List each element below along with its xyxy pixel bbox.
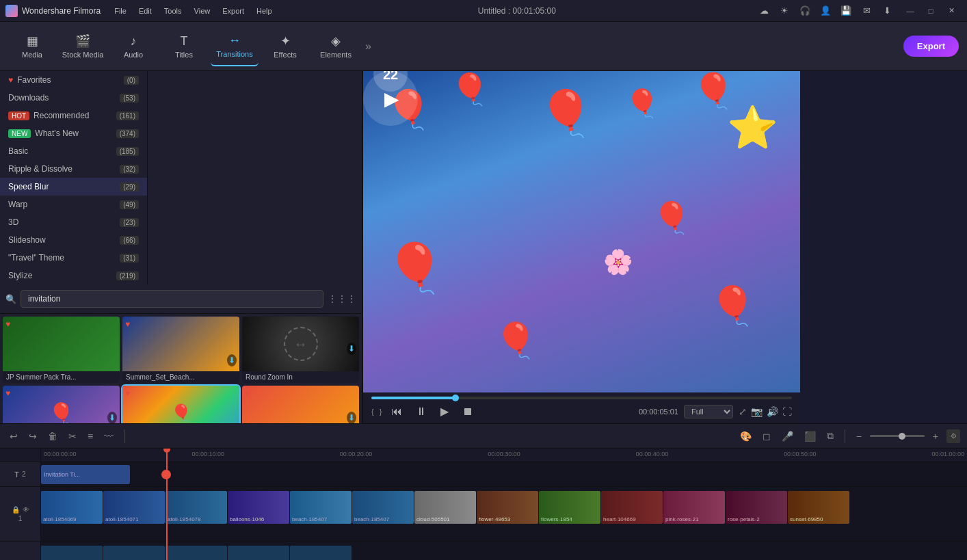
audio-preview-icon[interactable]: 🔊 (767, 406, 778, 417)
audio-clip5[interactable] (290, 546, 352, 560)
clip-beach1[interactable]: beach-185407 (290, 491, 352, 524)
toolbar-titles[interactable]: T Titles (160, 27, 208, 66)
sun-icon[interactable]: ☀ (777, 3, 792, 18)
clip-atoll3[interactable]: atoll-1854078 (165, 491, 227, 524)
mask-icon[interactable]: ◻ (760, 429, 773, 443)
clip-heart[interactable]: heart-104669 (601, 491, 663, 524)
panel-slideshow[interactable]: Slideshow (66) (0, 231, 147, 249)
list-item[interactable]: ♥ 🎈 ⬇ JP Summer Pack Tra... (3, 386, 120, 423)
panel-travel[interactable]: "Travel" Theme (31) (0, 249, 147, 267)
audio-clip2[interactable] (103, 546, 165, 560)
toolbar-elements[interactable]: ◈ Elements (312, 27, 360, 66)
panel-favorites[interactable]: ♥ Favorites (0) (0, 71, 147, 89)
separator2 (845, 429, 845, 443)
stop-button[interactable]: ⏹ (458, 404, 477, 419)
delete-button[interactable]: 🗑 (45, 429, 60, 443)
color-grade-icon[interactable]: 🎨 (737, 429, 754, 443)
panel-recommended[interactable]: HOT Recommended (161) (0, 107, 147, 124)
cloud-icon[interactable]: ☁ (756, 3, 771, 18)
audio-clip3[interactable] (165, 546, 227, 560)
maximize-button[interactable]: □ (920, 3, 941, 18)
grid-layout-icon[interactable]: ⋮⋮⋮ (328, 293, 356, 304)
play-pause-button[interactable]: ⏸ (412, 404, 431, 419)
person-icon[interactable]: 👤 (818, 3, 833, 18)
download-icon[interactable]: ⬇ (879, 3, 895, 18)
menu-file[interactable]: File (109, 5, 132, 16)
timeline-content: T 2 🔒 👁 1 🔒 👁 2 (0, 449, 967, 560)
waveform-button[interactable]: 〰 (101, 429, 116, 443)
clip-balloons[interactable]: balloons-1046 (228, 491, 289, 524)
toolbar-audio[interactable]: ♪ Audio (109, 27, 157, 66)
headphone-icon[interactable]: 🎧 (797, 3, 812, 18)
project-title: Untitled : 00:01:05:00 (478, 6, 556, 16)
panel-stylize[interactable]: Stylize (219) (0, 267, 147, 284)
toolbar-transitions[interactable]: ↔ Transitions (211, 27, 259, 66)
clip-flower1[interactable]: flower-48653 (477, 491, 538, 524)
clip-atoll2[interactable]: atoll-1854071 (103, 491, 165, 524)
clip-beach2[interactable]: beach-185407 (352, 491, 414, 524)
zoom-slider[interactable] (870, 435, 925, 437)
zoom-out-button[interactable]: − (853, 429, 864, 443)
panel-warp[interactable]: Warp (49) (0, 196, 147, 213)
item-thumbnail: ♥ 🎈 (122, 386, 239, 423)
menu-view[interactable]: View (189, 5, 216, 16)
clip-label: beach-185407 (292, 516, 327, 522)
panel-ripple[interactable]: Ripple & Dissolve (32) (0, 160, 147, 178)
undo-button[interactable]: ↩ (7, 429, 21, 443)
toolbar-stock-media[interactable]: 🎬 Stock Media (59, 27, 107, 66)
clip-flowers[interactable]: flowers-1854 (539, 491, 600, 524)
panel-downloads[interactable]: Downloads (53) (0, 89, 147, 107)
preview-icons: ⤢ 📷 🔊 ⛶ (739, 406, 792, 417)
save-icon[interactable]: 💾 (838, 3, 853, 18)
zoom-fit-icon[interactable]: ⤢ (739, 406, 747, 417)
cut-button[interactable]: ✂ (66, 429, 79, 443)
mail-icon[interactable]: ✉ (859, 3, 874, 18)
caption-icon[interactable]: ⬛ (802, 429, 819, 443)
audio-clip1[interactable] (41, 546, 103, 560)
search-input[interactable] (21, 290, 323, 308)
list-item[interactable]: ♥ JP Summer Pack Tra... (3, 317, 120, 383)
export-button[interactable]: Export (903, 36, 959, 57)
list-item[interactable]: ↔ ⬇ Round Zoom In (242, 317, 359, 383)
pip-icon[interactable]: ⧉ (824, 429, 836, 443)
timeline-settings-button[interactable]: ⚙ (946, 429, 960, 443)
menu-edit[interactable]: Edit (133, 5, 157, 16)
close-button[interactable]: ✕ (941, 3, 962, 18)
item-thumbnail: ♥ ⬇ (242, 386, 359, 423)
clip-atoll1[interactable]: atoll-1854069 (41, 491, 103, 524)
fullscreen-icon[interactable]: ⛶ (782, 406, 792, 417)
toolbar-expand[interactable]: » (362, 40, 374, 53)
warp-count: (49) (120, 200, 139, 209)
menu-export[interactable]: Export (217, 5, 250, 16)
panel-3d[interactable]: 3D (23) (0, 213, 147, 231)
mic-icon[interactable]: 🎤 (779, 429, 796, 443)
title-clip[interactable]: Invitation Ti... (41, 465, 130, 484)
play-button[interactable]: ▶ (436, 403, 453, 419)
redo-button[interactable]: ↪ (26, 429, 40, 443)
warp-label: Warp (8, 200, 27, 209)
panel-speed-blur[interactable]: Speed Blur (29) (0, 178, 147, 196)
clip-cloud[interactable]: cloud-505501 (414, 491, 476, 524)
list-item[interactable]: ♥ ⬇ Summer Sale Pack Tr... (242, 386, 359, 423)
panel-whats-new[interactable]: NEW What's New (374) (0, 124, 147, 142)
audio-clip4[interactable] (228, 546, 289, 560)
quality-select[interactable]: Full Half Quarter (684, 405, 733, 418)
list-item[interactable]: ♥ 🎈 Birthday Celebration ... (122, 386, 239, 423)
clip-sunset[interactable]: sunset-69850 (788, 491, 849, 524)
left-content: ♥ Favorites (0) Downloads (53) HOT Recom… (0, 71, 362, 423)
list-item[interactable]: ♥ ⬇ Summer_Set_Beach... (122, 317, 239, 383)
zoom-in-button[interactable]: + (930, 429, 941, 443)
panel-basic[interactable]: Basic (185) (0, 142, 147, 160)
timeline: ↩ ↪ 🗑 ✂ ≡ 〰 🎨 ◻ 🎤 ⬛ ⧉ − + ⚙ (0, 423, 967, 560)
toolbar-media[interactable]: ▦ Media (8, 27, 56, 66)
screenshot-icon[interactable]: 📷 (751, 406, 763, 417)
toolbar-effects[interactable]: ✦ Effects (261, 27, 309, 66)
clip-pink-roses[interactable]: pink-roses-21 (663, 491, 725, 524)
minimize-button[interactable]: — (900, 3, 920, 18)
progress-bar[interactable] (371, 397, 792, 399)
menu-tools[interactable]: Tools (159, 5, 187, 16)
menu-help[interactable]: Help (251, 5, 278, 16)
audio-settings-button[interactable]: ≡ (85, 429, 96, 443)
step-back-button[interactable]: ⏮ (387, 404, 406, 419)
clip-rose-petals[interactable]: rose-petals-2 (726, 491, 787, 524)
